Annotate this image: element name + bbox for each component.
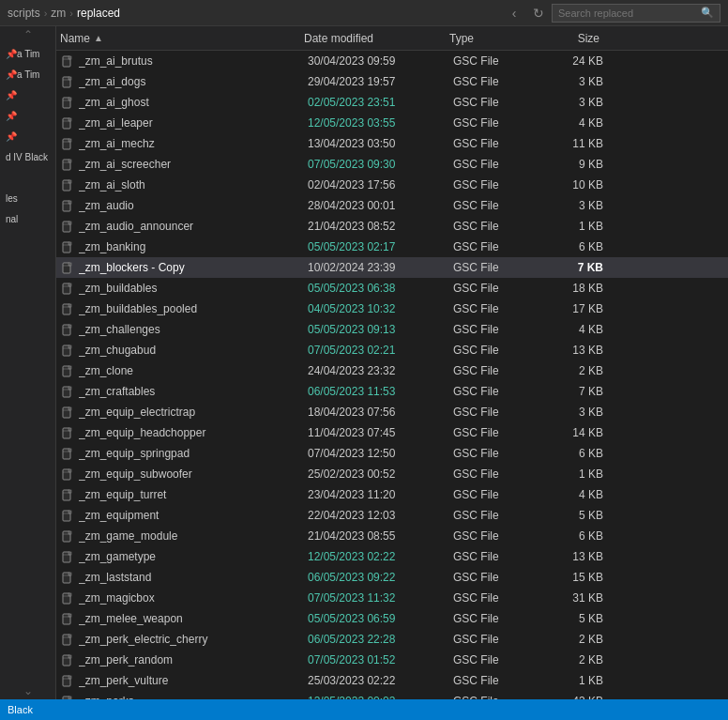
sidebar-item-8[interactable]: nal [0,208,55,229]
table-row[interactable]: _zm_equip_electrictrap 18/04/2023 07:56 … [56,402,728,422]
table-row[interactable]: _zm_buildables_pooled 04/05/2023 10:32 G… [56,299,728,319]
table-row[interactable]: _zm_craftables 06/05/2023 11:53 GSC File… [56,381,728,402]
table-row[interactable]: _zm_equip_subwoofer 25/02/2023 00:52 GSC… [56,464,728,484]
svg-rect-10 [68,118,71,121]
svg-rect-22 [68,201,71,204]
table-row[interactable]: _zm_game_module 21/04/2023 08:55 GSC Fil… [56,526,728,546]
col-date-header[interactable]: Date modified [304,32,449,45]
file-name: _zm_ai_dogs [79,75,308,88]
table-row[interactable]: _zm_ai_sloth 02/04/2023 17:56 GSC File 1… [56,175,728,195]
table-row[interactable]: _zm_equipment 22/04/2023 12:03 GSC File … [56,505,728,526]
file-type: GSC File [453,364,538,377]
refresh-icon[interactable]: ↻ [529,6,548,21]
svg-rect-76 [68,573,71,575]
file-name: _zm_ai_sloth [79,178,308,191]
file-icon [60,467,75,482]
file-date: 21/04/2023 08:52 [308,220,453,233]
breadcrumb-zm[interactable]: zm [51,7,66,20]
file-name: _zm_chugabud [79,344,308,357]
file-size: 1 KB [538,467,603,481]
file-date: 07/05/2023 02:21 [308,344,453,357]
table-row[interactable]: _zm_ai_screecher 07/05/2023 09:30 GSC Fi… [56,154,728,175]
svg-rect-85 [68,635,71,637]
table-row[interactable]: _zm_blockers - Copy 10/02/2024 23:39 GSC… [56,257,728,278]
svg-rect-73 [68,552,71,555]
file-type: GSC File [453,467,538,481]
sidebar-item-1[interactable]: 📌a Tim [0,64,55,84]
table-row[interactable]: _zm_ai_brutus 30/04/2023 09:59 GSC File … [56,51,728,71]
file-name: _zm_equipment [79,509,308,522]
file-icon [60,673,75,688]
table-row[interactable]: _zm_perk_electric_cherry 06/05/2023 22:2… [56,629,728,650]
svg-rect-13 [68,139,71,142]
file-date: 02/05/2023 23:51 [308,96,453,109]
file-type: GSC File [453,137,538,150]
table-row[interactable]: _zm_melee_weapon 05/05/2023 06:59 GSC Fi… [56,608,728,629]
table-row[interactable]: _zm_perks 13/05/2023 00:03 GSC File 43 K… [56,691,728,699]
sidebar-item-0[interactable]: 📌a Tim [0,43,55,64]
col-type-header[interactable]: Type [449,32,534,45]
table-row[interactable]: _zm_ai_ghost 02/05/2023 23:51 GSC File 3… [56,92,728,113]
table-row[interactable]: _zm_banking 05/05/2023 02:17 GSC File 6 … [56,237,728,257]
file-type: GSC File [453,178,538,191]
sidebar-scroll-down[interactable]: ⌄ [0,682,55,699]
nav-left-icon[interactable]: ‹ [505,6,523,21]
table-row[interactable]: _zm_perk_random 07/05/2023 01:52 GSC Fil… [56,650,728,670]
table-row[interactable]: _zm_audio 28/04/2023 00:01 GSC File 3 KB [56,195,728,216]
sidebar-item-7[interactable]: les [0,188,55,208]
file-date: 22/04/2023 12:03 [308,509,453,522]
svg-rect-58 [68,449,71,452]
svg-rect-25 [68,222,71,224]
file-list[interactable]: _zm_ai_brutus 30/04/2023 09:59 GSC File … [56,51,728,699]
breadcrumb-replaced[interactable]: replaced [77,7,120,20]
top-bar: scripts › zm › replaced ‹ ↻ 🔍 [0,0,728,26]
file-name: _zm_perk_electric_cherry [79,633,308,646]
sidebar-item-3[interactable]: 📌 [0,105,55,126]
table-row[interactable]: _zm_perk_vulture 25/03/2023 02:22 GSC Fi… [56,670,728,691]
table-row[interactable]: _zm_gametype 12/05/2023 02:22 GSC File 1… [56,546,728,567]
table-row[interactable]: _zm_ai_mechz 13/04/2023 03:50 GSC File 1… [56,133,728,154]
file-type: GSC File [453,261,538,274]
table-row[interactable]: _zm_equip_springpad 07/04/2023 12:50 GSC… [56,443,728,464]
table-row[interactable]: _zm_equip_turret 23/04/2023 11:20 GSC Fi… [56,484,728,505]
search-input[interactable] [558,8,697,19]
sidebar-item-2[interactable]: 📌 [0,84,55,105]
file-size: 5 KB [538,509,603,522]
file-icon [60,115,75,130]
svg-rect-34 [68,283,71,286]
svg-rect-28 [68,242,71,245]
file-size: 3 KB [538,406,603,419]
table-row[interactable]: _zm_chugabud 07/05/2023 02:21 GSC File 1… [56,340,728,360]
file-name: _zm_equip_springpad [79,447,308,460]
file-size: 2 KB [538,364,603,377]
table-row[interactable]: _zm_ai_leaper 12/05/2023 03:55 GSC File … [56,113,728,133]
table-row[interactable]: _zm_magicbox 07/05/2023 11:32 GSC File 3… [56,588,728,608]
svg-rect-4 [68,77,71,80]
file-size: 14 KB [538,426,603,439]
sidebar-item-5[interactable]: d IV Black [0,146,55,167]
file-size: 1 KB [538,674,603,687]
file-date: 06/05/2023 11:53 [308,385,453,398]
file-type: GSC File [453,550,538,563]
file-type: GSC File [453,612,538,625]
table-row[interactable]: _zm_clone 24/04/2023 23:32 GSC File 2 KB [56,360,728,381]
sidebar-item-6[interactable] [0,167,55,188]
file-size: 1 KB [538,220,603,233]
breadcrumb-scripts[interactable]: scripts [8,7,40,20]
sidebar-item-4[interactable]: 📌 [0,126,55,146]
table-row[interactable]: _zm_buildables 05/05/2023 06:38 GSC File… [56,278,728,299]
file-icon [60,136,75,151]
file-name: _zm_perk_vulture [79,674,308,687]
file-icon [60,301,75,316]
svg-rect-46 [68,366,71,369]
table-row[interactable]: _zm_ai_dogs 29/04/2023 19:57 GSC File 3 … [56,71,728,92]
table-row[interactable]: _zm_laststand 06/05/2023 09:22 GSC File … [56,567,728,588]
col-size-header[interactable]: Size [534,32,599,45]
table-row[interactable]: _zm_challenges 05/05/2023 09:13 GSC File… [56,319,728,340]
col-name-header[interactable]: Name ▲ [60,32,304,45]
table-row[interactable]: _zm_audio_announcer 21/04/2023 08:52 GSC… [56,216,728,237]
file-icon [60,177,75,192]
file-date: 12/05/2023 03:55 [308,116,453,130]
table-row[interactable]: _zm_equip_headchopper 11/04/2023 07:45 G… [56,422,728,443]
sidebar-scroll-up[interactable]: ⌃ [0,26,55,43]
